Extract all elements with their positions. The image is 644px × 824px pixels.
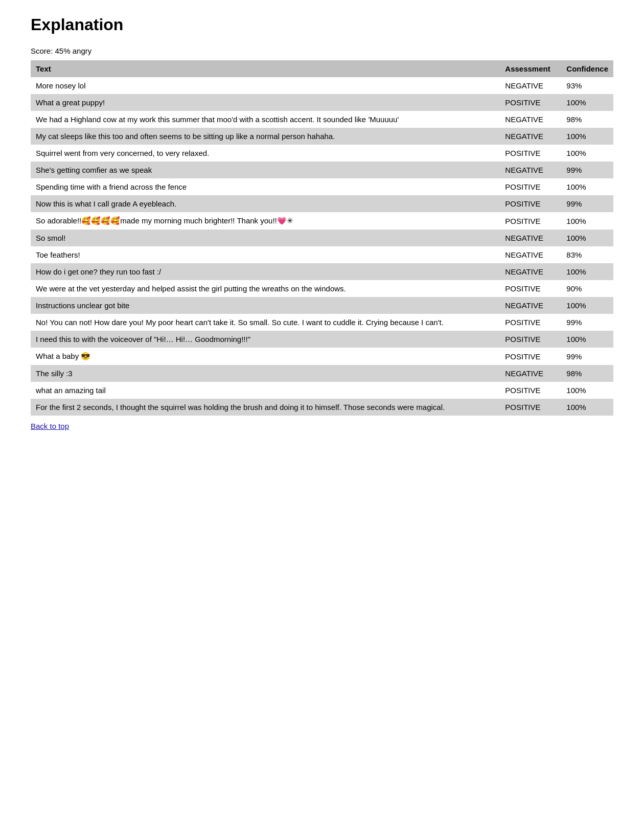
row-text: More nosey lol [31,77,500,94]
row-confidence: 100% [561,94,613,111]
row-confidence: 100% [561,382,613,399]
table-row: So smol!NEGATIVE100% [31,230,613,246]
table-row: Instructions unclear got biteNEGATIVE100… [31,297,613,314]
row-assessment: NEGATIVE [500,128,561,145]
row-confidence: 100% [561,297,613,314]
row-confidence: 83% [561,246,613,263]
row-confidence: 100% [561,212,613,230]
row-confidence: 100% [561,399,613,416]
table-row: Now this is what I call grade A eyebleac… [31,195,613,212]
row-text: For the first 2 seconds, I thought the s… [31,399,500,416]
row-text: what an amazing tail [31,382,500,399]
row-text: The silly :3 [31,365,500,382]
row-confidence: 93% [561,77,613,94]
row-text: No! You can not! How dare you! My poor h… [31,314,500,331]
col-header-assessment: Assessment [500,60,561,77]
row-assessment: NEGATIVE [500,230,561,246]
table-row: Toe feathers!NEGATIVE83% [31,246,613,263]
row-confidence: 100% [561,178,613,195]
score-label: Score: 45% angry [31,47,613,55]
row-confidence: 90% [561,280,613,297]
col-header-text: Text [31,60,500,77]
table-row: What a baby 😎POSITIVE99% [31,348,613,365]
row-assessment: POSITIVE [500,280,561,297]
table-row: what an amazing tailPOSITIVE100% [31,382,613,399]
row-assessment: NEGATIVE [500,162,561,178]
row-assessment: NEGATIVE [500,365,561,382]
row-assessment: POSITIVE [500,212,561,230]
row-text: So adorable!!🥰🥰🥰🥰made my morning much br… [31,212,500,230]
row-confidence: 98% [561,111,613,128]
row-assessment: POSITIVE [500,94,561,111]
row-assessment: NEGATIVE [500,297,561,314]
row-text: We had a Highland cow at my work this su… [31,111,500,128]
row-assessment: POSITIVE [500,399,561,416]
table-row: My cat sleeps like this too and often se… [31,128,613,145]
row-text: Now this is what I call grade A eyebleac… [31,195,500,212]
row-assessment: POSITIVE [500,348,561,365]
row-assessment: POSITIVE [500,314,561,331]
row-assessment: POSITIVE [500,145,561,162]
table-row: Squirrel went from very concerned, to ve… [31,145,613,162]
table-row: We had a Highland cow at my work this su… [31,111,613,128]
table-header-row: Text Assessment Confidence [31,60,613,77]
row-assessment: POSITIVE [500,178,561,195]
row-assessment: NEGATIVE [500,246,561,263]
row-text: Toe feathers! [31,246,500,263]
row-confidence: 98% [561,365,613,382]
row-confidence: 99% [561,314,613,331]
row-confidence: 100% [561,145,613,162]
row-confidence: 99% [561,195,613,212]
row-text: She's getting comfier as we speak [31,162,500,178]
row-assessment: POSITIVE [500,382,561,399]
row-confidence: 100% [561,128,613,145]
row-text: What a great puppy! [31,94,500,111]
table-row: More nosey lolNEGATIVE93% [31,77,613,94]
row-text: So smol! [31,230,500,246]
table-row: No! You can not! How dare you! My poor h… [31,314,613,331]
explanation-table: Text Assessment Confidence More nosey lo… [31,60,613,416]
table-row: The silly :3NEGATIVE98% [31,365,613,382]
row-text: How do i get one? they run too fast :/ [31,263,500,280]
row-assessment: POSITIVE [500,195,561,212]
table-row: Spending time with a friend across the f… [31,178,613,195]
row-confidence: 99% [561,162,613,178]
row-confidence: 99% [561,348,613,365]
table-row: So adorable!!🥰🥰🥰🥰made my morning much br… [31,212,613,230]
row-confidence: 100% [561,230,613,246]
row-assessment: POSITIVE [500,331,561,348]
row-text: My cat sleeps like this too and often se… [31,128,500,145]
table-row: We were at the vet yesterday and helped … [31,280,613,297]
row-text: Squirrel went from very concerned, to ve… [31,145,500,162]
row-text: Spending time with a friend across the f… [31,178,500,195]
row-text: What a baby 😎 [31,348,500,365]
table-row: For the first 2 seconds, I thought the s… [31,399,613,416]
row-text: I need this to with the voiceover of "Hi… [31,331,500,348]
row-assessment: NEGATIVE [500,263,561,280]
table-row: How do i get one? they run too fast :/NE… [31,263,613,280]
row-confidence: 100% [561,331,613,348]
table-row: I need this to with the voiceover of "Hi… [31,331,613,348]
back-to-top-link[interactable]: Back to top [31,422,69,430]
page-title: Explanation [31,15,613,34]
table-row: She's getting comfier as we speakNEGATIV… [31,162,613,178]
col-header-confidence: Confidence [561,60,613,77]
row-assessment: NEGATIVE [500,111,561,128]
row-assessment: NEGATIVE [500,77,561,94]
table-row: What a great puppy!POSITIVE100% [31,94,613,111]
row-confidence: 100% [561,263,613,280]
row-text: Instructions unclear got bite [31,297,500,314]
row-text: We were at the vet yesterday and helped … [31,280,500,297]
